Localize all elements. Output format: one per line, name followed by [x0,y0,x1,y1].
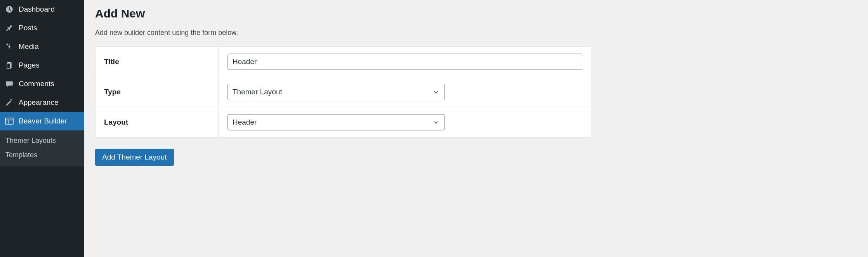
submenu-item-themer-layouts[interactable]: Themer Layouts [0,134,84,148]
sidebar-item-label: Media [19,42,39,51]
admin-sidebar: Dashboard Posts Media Pages Comments App… [0,0,84,257]
form-row-type: Type Themer Layout [95,77,591,107]
form-row-layout: Layout Header [95,107,591,137]
form-row-title: Title [95,47,591,77]
layout-select-value: Header [233,118,257,127]
sidebar-submenu: Themer Layouts Templates [0,130,84,166]
form-label-title: Title [95,47,219,77]
media-icon [4,42,15,51]
appearance-icon [4,98,15,107]
builder-icon [4,117,15,125]
sidebar-item-label: Posts [19,24,37,32]
form-table: Title Type Themer Layout Layout [95,46,591,138]
title-input[interactable] [227,54,582,70]
sidebar-item-posts[interactable]: Posts [0,19,84,37]
sidebar-item-comments[interactable]: Comments [0,75,84,93]
sidebar-item-label: Comments [19,80,54,88]
form-label-layout: Layout [95,107,219,137]
page-icon [4,61,15,69]
add-themer-layout-button[interactable]: Add Themer Layout [95,149,174,166]
layout-select[interactable]: Header [227,114,445,130]
dashboard-icon [4,5,15,14]
button-label: Add Themer Layout [102,153,167,161]
sidebar-item-label: Dashboard [19,5,55,14]
submenu-item-templates[interactable]: Templates [0,148,84,162]
pin-icon [4,24,15,32]
svg-rect-1 [7,63,10,69]
submenu-item-label: Templates [5,151,37,159]
sidebar-item-dashboard[interactable]: Dashboard [0,0,84,19]
page-title: Add New [95,7,857,20]
sidebar-item-label: Pages [19,61,40,69]
sidebar-item-label: Appearance [19,98,58,107]
svg-rect-2 [5,118,13,124]
type-select-value: Themer Layout [233,88,282,96]
type-select[interactable]: Themer Layout [227,84,445,100]
page-description: Add new builder content using the form b… [95,29,857,37]
sidebar-item-label: Beaver Builder [19,117,67,125]
form-label-type: Type [95,77,219,107]
sidebar-item-media[interactable]: Media [0,37,84,56]
comment-icon [4,80,15,88]
submenu-item-label: Themer Layouts [5,137,56,144]
main-content: Add New Add new builder content using th… [84,0,868,257]
sidebar-item-pages[interactable]: Pages [0,56,84,75]
sidebar-item-appearance[interactable]: Appearance [0,93,84,112]
sidebar-item-beaver-builder[interactable]: Beaver Builder [0,112,84,130]
